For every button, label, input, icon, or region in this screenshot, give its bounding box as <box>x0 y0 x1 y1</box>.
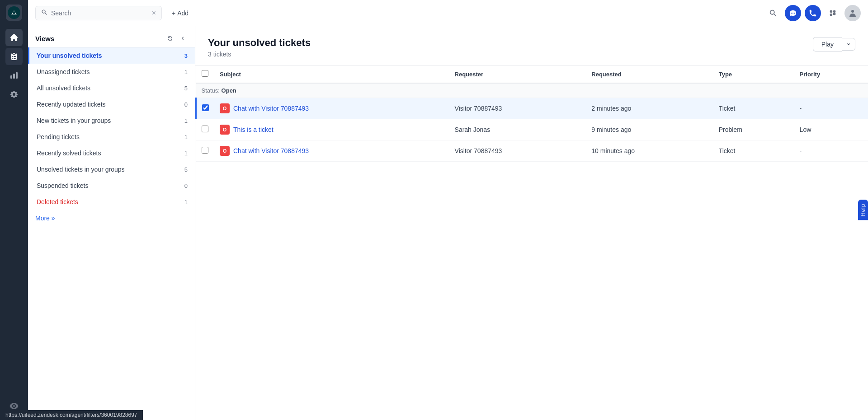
ticket-subject: Chat with Visitor 70887493 <box>233 105 309 112</box>
table-row[interactable]: O This is a ticket Sarah Jonas 9 minutes… <box>196 119 868 140</box>
sidebar-item-label: Pending tickets <box>37 133 80 140</box>
navigation-bar <box>0 0 28 420</box>
sidebar-header: Views <box>28 26 195 47</box>
apps-button[interactable] <box>825 5 841 21</box>
requester-cell: Visitor 70887493 <box>449 98 586 119</box>
phone-button[interactable] <box>805 5 821 21</box>
sidebar-item-count: 1 <box>184 69 188 75</box>
page-title: Your unsolved tickets <box>208 37 311 49</box>
ticket-subject: Chat with Visitor 70887493 <box>233 147 309 154</box>
row-checkbox-cell <box>196 98 215 119</box>
top-bar: Search × + Add <box>28 0 868 26</box>
subject-cell: O This is a ticket <box>214 119 449 140</box>
play-button[interactable]: Play <box>813 37 842 51</box>
sidebar-item-count: 0 <box>184 182 188 189</box>
row-checkbox-cell <box>196 140 215 162</box>
subject-cell: O Chat with Visitor 70887493 <box>214 140 449 162</box>
play-button-group: Play <box>813 37 855 51</box>
row-checkbox-0[interactable] <box>202 104 209 111</box>
sidebar-item-pending[interactable]: Pending tickets 1 <box>28 129 195 145</box>
add-plus-icon: + <box>172 9 175 17</box>
select-all-checkbox[interactable] <box>202 70 208 77</box>
requester-column-header: Requester <box>449 65 586 83</box>
search-tab[interactable]: Search × <box>35 6 162 20</box>
sidebar-item-count: 3 <box>184 52 188 59</box>
sidebar-item-label: Unassigned tickets <box>37 68 90 75</box>
priority-cell: - <box>794 98 868 119</box>
search-close-icon[interactable]: × <box>152 9 156 17</box>
table-header: Subject Requester Requested Type Priorit… <box>196 65 868 83</box>
chat-button[interactable] <box>785 5 801 21</box>
sidebar-item-count: 5 <box>184 166 188 173</box>
sidebar-item-your-unsolved[interactable]: Your unsolved tickets 3 <box>28 47 195 64</box>
sidebar-item-label: Your unsolved tickets <box>37 52 102 59</box>
select-all-header <box>196 65 215 83</box>
sidebar-item-unsolved-groups[interactable]: Unsolved tickets in your groups 5 <box>28 161 195 177</box>
view-items-list: Your unsolved tickets 3 Unassigned ticke… <box>28 47 195 210</box>
sidebar-item-new-in-groups[interactable]: New tickets in your groups 1 <box>28 112 195 129</box>
status-group-cell: Status: Open <box>196 83 868 98</box>
ticket-status-badge: O <box>220 146 230 156</box>
sidebar-item-label: Suspended tickets <box>37 182 88 189</box>
more-views-link[interactable]: More » <box>28 210 195 226</box>
row-checkbox-cell <box>196 119 215 140</box>
requested-cell: 10 minutes ago <box>586 140 713 162</box>
search-button[interactable] <box>765 5 781 21</box>
tickets-table: Subject Requester Requested Type Priorit… <box>195 65 868 162</box>
sidebar-item-recently-solved[interactable]: Recently solved tickets 1 <box>28 145 195 161</box>
requested-column-header: Requested <box>586 65 713 83</box>
sidebar-item-label: Unsolved tickets in your groups <box>37 166 125 173</box>
type-column-header: Type <box>713 65 794 83</box>
sidebar-item-label: Recently updated tickets <box>37 101 106 108</box>
sidebar-item-all-unsolved[interactable]: All unsolved tickets 5 <box>28 80 195 96</box>
sidebar-item-count: 1 <box>184 134 188 140</box>
sidebar-title: Views <box>35 35 54 42</box>
row-checkbox-2[interactable] <box>202 147 208 154</box>
priority-column-header: Priority <box>794 65 868 83</box>
main-content: Your unsolved tickets 3 tickets Play <box>195 26 868 420</box>
nav-reporting-icon[interactable] <box>5 67 23 84</box>
subject-cell: O Chat with Visitor 70887493 <box>214 98 449 119</box>
help-tab[interactable]: Help <box>858 200 868 220</box>
views-sidebar: Views Your unsolved tickets 3 Unassigned… <box>28 26 195 420</box>
priority-cell: - <box>794 140 868 162</box>
table-row[interactable]: O Chat with Visitor 70887493 Visitor 708… <box>196 98 868 119</box>
row-checkbox-1[interactable] <box>202 126 208 132</box>
app-logo <box>6 5 22 21</box>
status-label: Status: <box>202 87 222 94</box>
nav-admin-icon[interactable] <box>5 86 23 103</box>
nav-tickets-icon[interactable] <box>5 48 23 65</box>
status-value: Open <box>222 87 236 94</box>
user-avatar-button[interactable] <box>844 5 861 21</box>
play-dropdown-button[interactable] <box>842 38 855 51</box>
sidebar-item-count: 1 <box>184 117 188 124</box>
tickets-list: Status: Open O Chat with Visitor 7088749… <box>196 83 868 162</box>
sidebar-item-deleted[interactable]: Deleted tickets 1 <box>28 194 195 210</box>
sidebar-item-count: 1 <box>184 150 188 157</box>
search-icon <box>41 9 47 17</box>
sidebar-item-suspended[interactable]: Suspended tickets 0 <box>28 177 195 194</box>
type-cell: Problem <box>713 119 794 140</box>
ticket-count: 3 tickets <box>208 51 311 58</box>
requester-cell: Sarah Jonas <box>449 119 586 140</box>
sidebar-item-count: 1 <box>184 199 188 205</box>
sidebar-item-recently-updated[interactable]: Recently updated tickets 0 <box>28 96 195 112</box>
sidebar-item-count: 0 <box>184 101 188 108</box>
status-bar: https://uifeed.zendesk.com/agent/filters… <box>0 410 143 420</box>
sidebar-item-count: 5 <box>184 85 188 92</box>
type-cell: Ticket <box>713 140 794 162</box>
add-button[interactable]: + Add <box>167 7 193 19</box>
table-row[interactable]: O Chat with Visitor 70887493 Visitor 708… <box>196 140 868 162</box>
collapse-sidebar-button[interactable] <box>178 33 188 43</box>
priority-cell: Low <box>794 119 868 140</box>
requester-cell: Visitor 70887493 <box>449 140 586 162</box>
sidebar-item-unassigned[interactable]: Unassigned tickets 1 <box>28 64 195 80</box>
subject-column-header: Subject <box>214 65 449 83</box>
svg-point-1 <box>13 11 15 14</box>
nav-home-icon[interactable] <box>5 29 23 46</box>
search-input-label: Search <box>51 9 148 17</box>
sidebar-item-label: Deleted tickets <box>37 198 78 205</box>
ticket-subject: This is a ticket <box>233 126 274 133</box>
refresh-views-button[interactable] <box>165 33 175 43</box>
requested-cell: 2 minutes ago <box>586 98 713 119</box>
